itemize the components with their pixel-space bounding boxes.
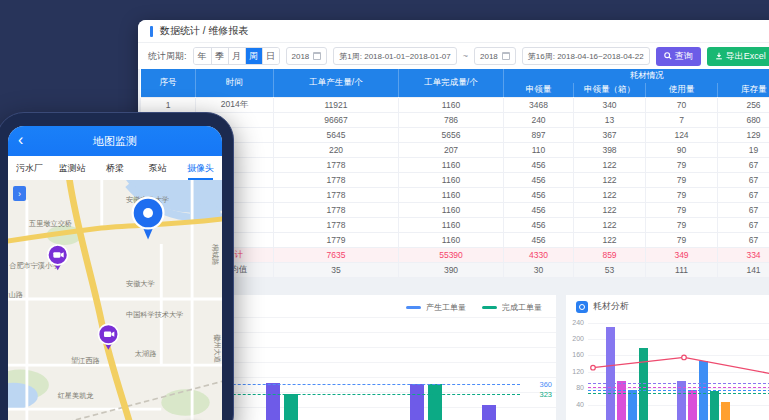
period-option-周[interactable]: 周: [245, 48, 262, 64]
calendar-icon: [313, 52, 321, 60]
tab-泵站[interactable]: 泵站: [136, 156, 179, 180]
total-row: 合计7635553904330859349334: [141, 247, 769, 262]
map-label: 太湖路: [135, 350, 156, 358]
period-segmented-control: 年季月周日: [193, 47, 280, 65]
table-row: 177811604561227967: [141, 187, 769, 202]
reference-line: [588, 383, 769, 384]
sub-column-header: 库存量: [718, 83, 769, 97]
gridline: [588, 339, 769, 340]
column-header: 序号: [141, 69, 196, 97]
mobile-tab-bar: 污水厂监测站桥梁泵站摄像头: [8, 156, 222, 180]
map-expand-button[interactable]: ›: [13, 186, 26, 201]
period-option-季[interactable]: 季: [211, 48, 228, 64]
bar-产生工单量: [266, 383, 280, 420]
y-tick-label: 120: [568, 368, 584, 375]
map-label: 中国科学技术大学: [126, 311, 183, 319]
group-header: 耗材情况: [504, 69, 769, 83]
y-tick-label: 160: [568, 351, 584, 358]
download-icon: [715, 52, 723, 60]
breadcrumb-bar: 数据统计 / 维修报表: [138, 20, 769, 43]
map-label: 望江西路: [71, 356, 100, 365]
tab-监测站[interactable]: 监测站: [51, 156, 94, 180]
y-tick-label: 40: [568, 401, 584, 408]
mobile-page-title: 地图监测: [93, 134, 137, 149]
breadcrumb: 数据统计 / 维修报表: [160, 24, 248, 38]
period-option-日[interactable]: 日: [262, 48, 279, 64]
table-row: 177811604561227967: [141, 157, 769, 172]
consumable-bar: [710, 391, 719, 420]
breadcrumb-accent: [150, 26, 153, 37]
table-row: 2202071103989019: [141, 142, 769, 157]
table-row: 177811604561227967: [141, 172, 769, 187]
consumable-bar: [628, 390, 637, 420]
bar-完成工单量: [428, 384, 442, 420]
gridline: [588, 323, 769, 324]
filter-label: 统计周期:: [148, 50, 187, 63]
legend-line-icon: [482, 306, 497, 309]
table-row: 56455656897367124129: [141, 127, 769, 142]
year-end-select[interactable]: 2018: [474, 47, 516, 65]
bar-产生工单量: [410, 384, 424, 420]
column-header: 工单产生量/个: [274, 69, 399, 97]
table-row: 12014年119211160346834070256: [141, 97, 769, 112]
mobile-header: ‹ 地图监测: [8, 126, 222, 156]
chart-title: 耗材分析: [593, 300, 629, 313]
table-body: 12014年1192111603468340702569666778624013…: [141, 97, 769, 277]
table-header: 序号时间工单产生量/个工单完成量/个耗材情况申领量申领量（箱）使用量库存量: [141, 69, 769, 97]
reference-line: [588, 390, 769, 391]
chart-title-row: 耗材分析: [566, 295, 769, 313]
table-row: 177811604561227967: [141, 217, 769, 232]
reference-line: [588, 387, 769, 388]
back-icon[interactable]: ‹: [18, 130, 23, 150]
sub-column-header: 申领量（箱）: [574, 83, 646, 97]
gridline: [588, 372, 769, 373]
range-separator: ~: [463, 51, 468, 61]
week-start-input[interactable]: 第1周: 2018-01-01~2018-01-07: [333, 47, 456, 65]
average-row: 平均值353903053111141: [141, 262, 769, 277]
week-end-input[interactable]: 第16周: 2018-04-16~2018-04-22: [522, 47, 650, 65]
report-table: 序号时间工单产生量/个工单完成量/个耗材情况申领量申领量（箱）使用量库存量 12…: [140, 69, 769, 278]
export-excel-button[interactable]: 导出Excel: [707, 47, 769, 66]
map-label: 黄山路: [8, 291, 23, 299]
consumable-bar: [721, 402, 730, 420]
map-label: 徽州大道: [213, 334, 221, 363]
legend-item: 产生工单量: [406, 302, 466, 313]
consumable-bar: [606, 327, 615, 420]
tab-污水厂[interactable]: 污水厂: [8, 156, 51, 180]
reference-line: [588, 393, 769, 394]
consumable-bar-line-chart: 4080120160200240: [566, 317, 769, 420]
consumable-bar: [688, 390, 697, 420]
legend-item: 完成工单量: [482, 302, 542, 313]
y-tick-label: 80: [568, 384, 584, 391]
bar-完成工单量: [284, 394, 298, 420]
column-header: 工单完成量/个: [399, 69, 504, 97]
query-button[interactable]: 查询: [656, 47, 701, 66]
period-option-月[interactable]: 月: [228, 48, 245, 64]
map-label: 红星美凯龙: [58, 391, 95, 400]
tab-摄像头[interactable]: 摄像头: [179, 156, 222, 180]
map-label: 桐城路: [211, 243, 219, 265]
table-row: 177911604561227967: [141, 232, 769, 247]
table-row: 177811604561227967: [141, 202, 769, 217]
map-label: 安徽大学: [126, 280, 155, 288]
map-canvas[interactable]: 五里墩立交桥合肥市宁溪小学黄山路安徽农业大学安徽大学中国科学技术大学望江西路太湖…: [8, 180, 222, 420]
tab-桥梁[interactable]: 桥梁: [94, 156, 137, 180]
pie-chart-icon: [576, 301, 588, 313]
table-row: 96667786240137680: [141, 112, 769, 127]
phone-mockup: ‹ 地图监测 污水厂监测站桥梁泵站摄像头: [0, 112, 234, 420]
legend-line-icon: [406, 306, 421, 309]
map-view[interactable]: 五里墩立交桥合肥市宁溪小学黄山路安徽农业大学安徽大学中国科学技术大学望江西路太湖…: [8, 180, 222, 420]
chart-legend: 产生工单量完成工单量: [406, 302, 542, 313]
year-start-select[interactable]: 2018: [286, 47, 328, 65]
period-option-年[interactable]: 年: [194, 48, 211, 64]
y-tick-label: 200: [568, 335, 584, 342]
bar-产生工单量: [482, 405, 496, 420]
consumable-chart-card: 耗材分析 4080120160200240: [566, 295, 769, 420]
phone-screen: ‹ 地图监测 污水厂监测站桥梁泵站摄像头: [8, 126, 222, 420]
map-label: 五里墩立交桥: [29, 219, 72, 228]
column-header: 时间: [196, 69, 274, 97]
gridline: [588, 355, 769, 356]
y-tick-label: 240: [568, 319, 584, 326]
sub-column-header: 使用量: [646, 83, 718, 97]
search-icon: [664, 52, 672, 60]
